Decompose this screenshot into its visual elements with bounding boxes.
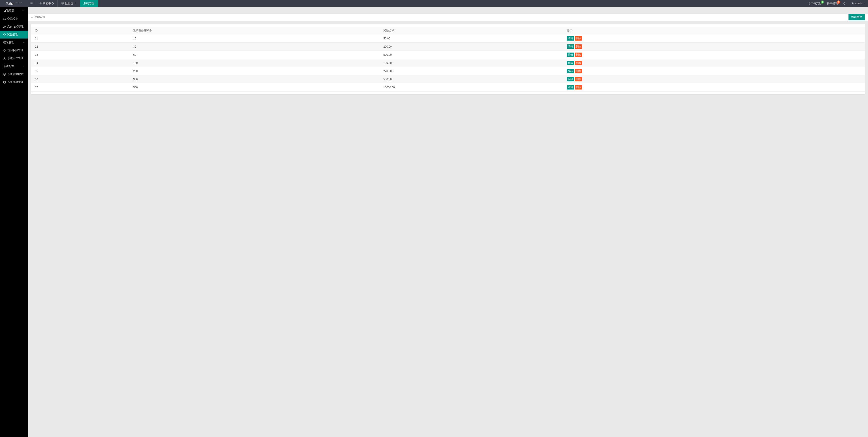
pending-pay-count: 0 — [820, 0, 824, 4]
user-icon — [851, 2, 854, 5]
sidebar-group-label: 功能配置 — [3, 9, 14, 13]
th-users: 邀请有效用户数 — [131, 27, 381, 34]
cell-ops: 编辑删除 — [564, 34, 865, 43]
top-nav-label: 功能中心 — [43, 2, 54, 5]
shield-icon — [3, 49, 6, 52]
top-nav-data-stats[interactable]: 数据统计 — [58, 0, 80, 7]
add-reward-button[interactable]: 添加奖励 — [848, 14, 865, 21]
top-nav-function-center[interactable]: 功能中心 — [35, 0, 58, 7]
database-icon — [61, 2, 64, 5]
badge-icon — [3, 33, 6, 36]
top-nav-system-mgmt[interactable]: 系统管理 — [80, 0, 98, 7]
sidebar-item-sysmenu[interactable]: 系统菜单管理 — [0, 78, 28, 86]
pending-review[interactable]: 待审提现 1 — [824, 0, 841, 7]
sidebar-item-label: 系统参数配置 — [7, 72, 24, 76]
scale-icon — [39, 2, 42, 5]
cloud-icon — [3, 18, 6, 20]
user-name: admin — [855, 2, 863, 5]
top-right: 今天待支付 0 待审提现 1 admin — [805, 0, 868, 7]
cell-id: 16 — [31, 75, 131, 83]
sidebar-toggle[interactable] — [28, 0, 35, 7]
cell-users: 300 — [131, 75, 381, 83]
edit-button[interactable]: 编辑 — [567, 36, 574, 40]
gear-icon — [3, 73, 6, 76]
svg-point-8 — [4, 74, 5, 74]
link-icon — [3, 25, 6, 28]
svg-point-6 — [4, 34, 5, 35]
sidebar-item-reward-mgmt[interactable]: 奖励管理 — [0, 31, 28, 38]
main: ≫ 奖励设置 添加奖励 ID 邀请有效用户数 奖励金额 操作 111050.00… — [28, 7, 868, 437]
cell-users: 100 — [131, 59, 381, 67]
svg-point-3 — [62, 2, 63, 3]
table-row: 1230200.00编辑删除 — [31, 43, 865, 51]
sidebar-item-payment-mgmt[interactable]: 支付方式管理 — [0, 23, 28, 31]
svg-point-5 — [4, 34, 6, 36]
table-row: 141001000.00编辑删除 — [31, 59, 865, 67]
cell-users: 30 — [131, 43, 381, 51]
breadcrumb: ≫ 奖励设置 — [31, 15, 45, 19]
sidebar-item-sysuser-mgmt[interactable]: 系统用户管理 — [0, 54, 28, 62]
delete-button[interactable]: 删除 — [575, 61, 582, 65]
cell-ops: 编辑删除 — [564, 43, 865, 51]
sidebar-item-trade-control[interactable]: 交易控制 — [0, 15, 28, 23]
sidebar-group-function[interactable]: 功能配置 ﹀ — [0, 7, 28, 15]
cell-amount: 2200.00 — [381, 67, 564, 75]
svg-point-7 — [4, 58, 5, 59]
top-nav: 功能中心 数据统计 系统管理 — [35, 0, 98, 7]
edit-button[interactable]: 编辑 — [567, 85, 574, 90]
brand-version: V1.0.0 — [16, 2, 22, 4]
th-id: ID — [31, 27, 131, 34]
cell-users: 60 — [131, 51, 381, 59]
chevron-down-icon: ﹀ — [22, 65, 25, 68]
calendar-icon — [3, 81, 6, 83]
sidebar-item-sysparam[interactable]: 系统参数配置 — [0, 70, 28, 78]
sidebar-item-label: 交易控制 — [7, 17, 18, 21]
top-header: Tether V1.0.0 功能中心 数据统计 系统管理 今天待支付 0 — [0, 0, 868, 7]
chevron-down-icon: ﹀ — [22, 9, 25, 12]
cell-amount: 5000.00 — [381, 75, 564, 83]
delete-button[interactable]: 删除 — [575, 85, 582, 90]
edit-button[interactable]: 编辑 — [567, 44, 574, 49]
delete-button[interactable]: 删除 — [575, 69, 582, 73]
sidebar: 功能配置 ﹀ 交易控制 支付方式管理 奖励管理 权限管理 ﹀ 访问权限管理 系统… — [0, 7, 28, 437]
sidebar-group-sysconfig[interactable]: 系统配置 ﹀ — [0, 62, 28, 70]
breadcrumb-title: 奖励设置 — [34, 15, 45, 19]
table-row: 152002200.00编辑删除 — [31, 67, 865, 75]
table-card: ID 邀请有效用户数 奖励金额 操作 111050.00编辑删除1230200.… — [31, 24, 865, 94]
delete-button[interactable]: 删除 — [575, 53, 582, 57]
sidebar-item-label: 系统菜单管理 — [7, 80, 24, 84]
brand-name: Tether — [6, 2, 15, 5]
cell-users: 200 — [131, 67, 381, 75]
table-row: 1750010000.00编辑删除 — [31, 83, 865, 92]
sidebar-item-access-mgmt[interactable]: 访问权限管理 — [0, 46, 28, 54]
user-menu[interactable]: admin — [849, 0, 868, 7]
menu-icon — [30, 2, 33, 5]
sidebar-group-label: 权限管理 — [3, 40, 14, 44]
brand: Tether V1.0.0 — [0, 2, 28, 5]
edit-button[interactable]: 编辑 — [567, 69, 574, 73]
sidebar-group-permission[interactable]: 权限管理 ﹀ — [0, 38, 28, 46]
cell-id: 17 — [31, 83, 131, 92]
edit-button[interactable]: 编辑 — [567, 77, 574, 81]
delete-button[interactable]: 删除 — [575, 44, 582, 49]
cell-amount: 500.00 — [381, 51, 564, 59]
sidebar-item-label: 访问权限管理 — [7, 48, 24, 52]
pending-pay[interactable]: 今天待支付 0 — [805, 0, 824, 7]
delete-button[interactable]: 删除 — [575, 77, 582, 81]
delete-button[interactable]: 删除 — [575, 36, 582, 40]
pending-review-label: 待审提现 — [827, 2, 838, 5]
pending-pay-label: 今天待支付 — [808, 2, 822, 5]
edit-button[interactable]: 编辑 — [567, 61, 574, 65]
chevron-down-icon: ﹀ — [22, 41, 25, 44]
cell-ops: 编辑删除 — [564, 67, 865, 75]
cell-users: 10 — [131, 34, 381, 43]
cell-ops: 编辑删除 — [564, 83, 865, 92]
th-amount: 奖励金额 — [381, 27, 564, 34]
cell-id: 11 — [31, 34, 131, 43]
cell-ops: 编辑删除 — [564, 51, 865, 59]
table-row: 111050.00编辑删除 — [31, 34, 865, 43]
cell-id: 15 — [31, 67, 131, 75]
edit-button[interactable]: 编辑 — [567, 53, 574, 57]
refresh-button[interactable] — [841, 0, 849, 7]
sidebar-item-label: 奖励管理 — [7, 33, 18, 36]
